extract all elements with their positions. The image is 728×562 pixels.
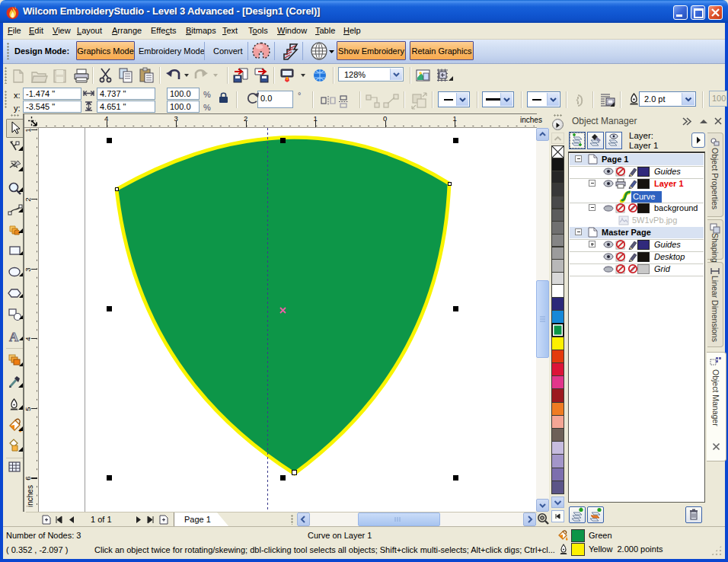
- svg-text:A: A: [9, 330, 19, 344]
